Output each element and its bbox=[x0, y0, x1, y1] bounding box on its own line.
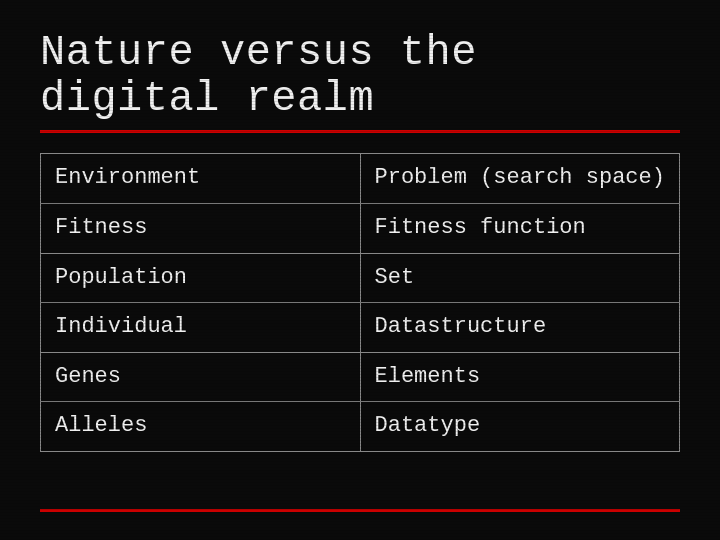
table-cell-left-4: Genes bbox=[41, 352, 361, 402]
slide-title: Nature versus the digital realm bbox=[40, 30, 680, 122]
table-row: EnvironmentProblem (search space) bbox=[41, 154, 680, 204]
table-row: AllelesDatatype bbox=[41, 402, 680, 452]
table-cell-right-4: Elements bbox=[360, 352, 680, 402]
table-cell-left-5: Alleles bbox=[41, 402, 361, 452]
slide-container: Nature versus the digital realm Environm… bbox=[0, 0, 720, 540]
table-cell-left-1: Fitness bbox=[41, 203, 361, 253]
table-cell-left-2: Population bbox=[41, 253, 361, 303]
table-row: IndividualDatastructure bbox=[41, 303, 680, 353]
table-cell-right-3: Datastructure bbox=[360, 303, 680, 353]
table-row: PopulationSet bbox=[41, 253, 680, 303]
title-underline bbox=[40, 130, 680, 133]
table-cell-right-0: Problem (search space) bbox=[360, 154, 680, 204]
table-cell-right-5: Datatype bbox=[360, 402, 680, 452]
table-row: FitnessFitness function bbox=[41, 203, 680, 253]
comparison-table: EnvironmentProblem (search space)Fitness… bbox=[40, 153, 680, 452]
title-section: Nature versus the digital realm bbox=[40, 30, 680, 133]
table-cell-left-0: Environment bbox=[41, 154, 361, 204]
table-cell-right-1: Fitness function bbox=[360, 203, 680, 253]
table-row: GenesElements bbox=[41, 352, 680, 402]
bottom-line bbox=[40, 509, 680, 512]
table-cell-left-3: Individual bbox=[41, 303, 361, 353]
table-cell-right-2: Set bbox=[360, 253, 680, 303]
